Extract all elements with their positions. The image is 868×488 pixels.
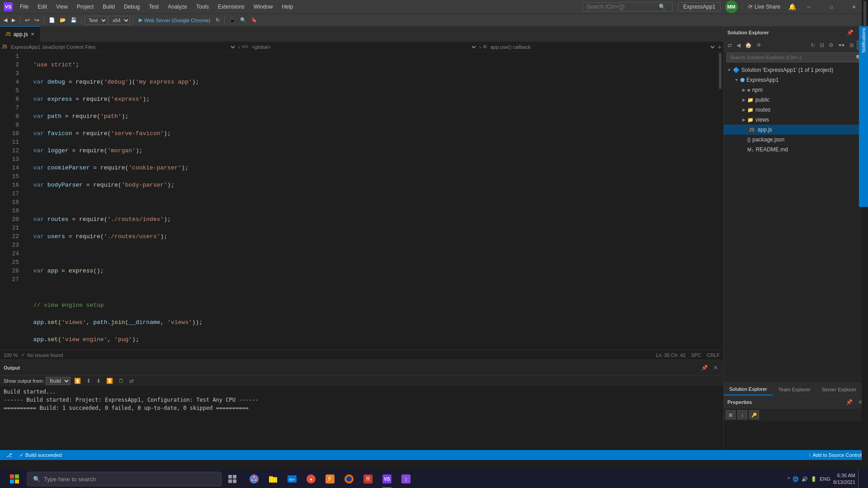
tree-views[interactable]: ▶ 📁 views [724,115,868,125]
output-close-btn[interactable]: ✕ [712,364,720,372]
add-source-control[interactable]: ↑ Add to Source Control [806,452,864,458]
editor-tab-appjs[interactable]: JS app.js ✕ [0,26,40,42]
code-editor[interactable]: 1 2 3 4 5 6 7 8 9 10 11 12 13 14 15 16 1 [0,52,723,350]
start-button[interactable] [4,470,25,488]
toolbar-forward[interactable]: ▶ [10,16,17,24]
breadcrumb-select-1[interactable]: ExpressApp1 JavaScript Content Files [9,44,236,50]
se-pin-btn[interactable]: 📌 [845,28,855,37]
toolbar-refresh[interactable]: ↻ [214,16,222,24]
output-scroll-down[interactable]: ⬇ [94,377,103,385]
vs-taskbar-icon[interactable]: VS [378,470,396,488]
se-search-box[interactable]: 🔍 [726,52,865,62]
breadcrumb-select-3[interactable]: app.use() callback [489,44,716,50]
toolbar-save[interactable]: 💾 [69,16,79,24]
prop-sort-btn[interactable]: ↕ [737,410,747,419]
toolbar-open[interactable]: 📂 [58,16,68,24]
se-refresh-btn[interactable]: ↻ [809,41,817,49]
prop-pin-btn[interactable]: 📌 [844,398,854,406]
taskview-btn[interactable] [223,470,241,488]
se-collapse-btn[interactable]: ⊟ [818,41,826,49]
notifications-btn[interactable]: 🔔 [788,0,797,14]
se-show-all-btn[interactable]: 👁 [755,41,764,49]
output-clear[interactable]: 🗒 [117,377,126,385]
output-content[interactable]: Build started... ------ Build started: P… [0,386,723,450]
se-filter-btn[interactable]: ⊞ [848,41,856,49]
output-scroll-up[interactable]: ⬆ [85,377,93,385]
notification-badge-icon[interactable]: 99+ [283,470,301,488]
toolbar-bookmark[interactable]: 🔖 [249,16,259,24]
maximize-button[interactable]: □ [821,0,842,14]
prop-grid-btn[interactable]: ⊞ [726,410,736,419]
se-back-btn[interactable]: ◀ [735,41,742,49]
chrome-icon[interactable] [245,470,263,488]
menu-tools[interactable]: Tools [193,3,212,11]
tray-speaker-icon[interactable]: 🔊 [802,476,808,482]
run-button[interactable]: ▶ Web Server (Google Chrome) [136,16,213,24]
prop-key-btn[interactable]: 🔑 [749,410,759,419]
se-preview-btn[interactable]: 👓 [836,41,847,49]
output-word-wrap[interactable]: ⇄ [127,377,136,385]
tree-appjs[interactable]: ▶ JS app.js [724,125,868,135]
menu-window[interactable]: Window [250,3,277,11]
toolbar-undo[interactable]: ↩ [23,16,32,24]
menu-edit[interactable]: Edit [34,3,51,11]
editor-scrollbar[interactable] [717,52,723,350]
show-desktop-btn[interactable] [858,470,861,488]
se-tab-team[interactable]: Team Explorer [773,383,816,395]
status-build[interactable]: ✓ Build succeeded [17,452,65,458]
menu-view[interactable]: View [52,3,71,11]
platform-select[interactable]: x64 [108,16,130,25]
vscode-taskbar-icon[interactable]: ⟩ [397,470,415,488]
menu-build[interactable]: Build [99,3,118,11]
se-home-btn[interactable]: 🏠 [743,41,754,49]
menu-help[interactable]: Help [278,3,297,11]
menu-debug[interactable]: Debug [120,3,143,11]
toolbar-inspect[interactable]: 🔍 [238,16,248,24]
se-tab-solution[interactable]: Solution Explorer [724,383,773,395]
breadcrumb-select-2[interactable]: <global> [250,44,477,50]
zoom-level[interactable]: 100 % [4,352,18,358]
app-icon-5[interactable]: F [321,470,339,488]
minimize-button[interactable]: ─ [798,0,819,14]
app-icon-4[interactable]: ● [302,470,320,488]
tree-npm[interactable]: ▶ ■ npm [724,85,868,95]
scroll-thumb[interactable] [719,53,722,89]
tree-project[interactable]: ▼ ⬟ ExpressApp1 [724,75,868,85]
se-props-btn[interactable]: ⚙ [827,41,835,49]
search-box[interactable]: 🔍 [582,2,673,11]
live-share-button[interactable]: ⟳ Live Share [742,4,786,10]
file-explorer-icon[interactable] [264,470,282,488]
se-tab-server[interactable]: Server Explorer [816,383,862,395]
toolbar-device[interactable]: 📱 [227,16,237,24]
output-pin-btn[interactable]: 📌 [699,364,710,372]
toolbar-new[interactable]: 📄 [47,16,57,24]
notifications-label[interactable]: Notifications [861,28,866,52]
tree-packagejson[interactable]: ▶ {} package.json [724,135,868,145]
menu-file[interactable]: File [16,3,32,11]
toolbar-redo[interactable]: ↪ [33,16,41,24]
app-icon-6[interactable]: R [359,470,377,488]
status-git[interactable]: ⎇ [4,452,15,458]
tree-routes[interactable]: ▶ 📁 routes [724,105,868,115]
config-select[interactable]: Test [85,16,108,25]
nav-add-btn[interactable]: + [718,43,722,51]
tray-network-icon[interactable]: 🌐 [793,476,799,482]
clock[interactable]: 6:36 AM 8/13/2021 [833,472,855,486]
menu-extensions[interactable]: Extensions [214,3,248,11]
output-scroll-bottom[interactable]: ⏬ [104,377,115,385]
user-avatar[interactable]: MM [725,0,738,13]
firefox-icon[interactable] [340,470,358,488]
code-content-area[interactable]: 'use strict'; var debug = require('debug… [23,52,717,350]
taskbar-search-bar[interactable]: 🔍 Type here to search [27,472,222,486]
output-scroll-top[interactable]: ⏫ [72,377,83,385]
output-source-select[interactable]: Build [46,377,71,385]
se-search-input[interactable] [730,55,856,60]
issues-indicator[interactable]: ✓ No issues found [21,352,63,358]
tray-battery-icon[interactable]: 🔋 [811,476,817,482]
toolbar-back[interactable]: ◀ [2,16,9,24]
tree-readme[interactable]: ▶ M↓ README.md [724,145,868,155]
menu-analyze[interactable]: Analyze [164,3,191,11]
express-app-button[interactable]: ExpressApp1 [678,2,720,11]
menu-project[interactable]: Project [73,3,97,11]
se-sync-btn[interactable]: ⇄ [726,41,734,49]
